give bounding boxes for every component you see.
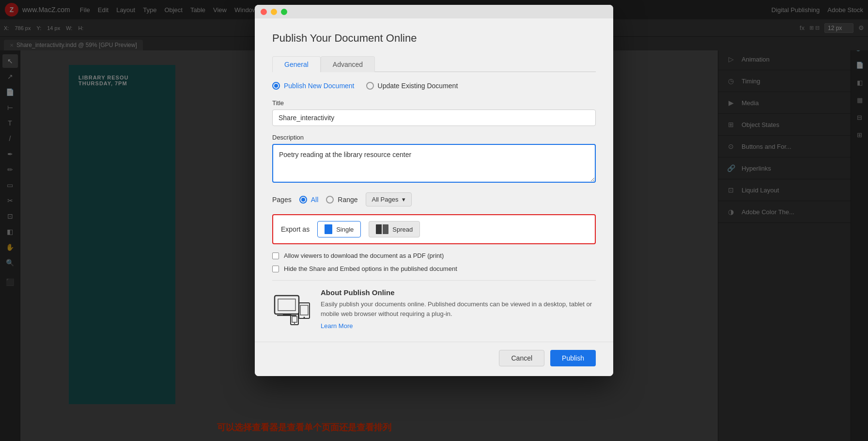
about-devices-icon	[272, 288, 311, 327]
about-section: About Publish Online Easily publish your…	[272, 288, 596, 330]
dialog-body: Publish Your Document Online General Adv…	[255, 18, 613, 342]
spread-icon	[376, 224, 388, 234]
radio-publish-new[interactable]: Publish New Document	[272, 82, 355, 90]
title-input[interactable]	[272, 110, 596, 126]
export-as-section: Export as Single Spread	[272, 214, 596, 244]
svg-point-6	[304, 317, 305, 318]
publish-dialog: Publish Your Document Online General Adv…	[255, 5, 613, 376]
radio-new-indicator	[272, 82, 280, 90]
radio-all-indicator	[299, 196, 307, 204]
tab-advanced[interactable]: Advanced	[321, 56, 375, 72]
cancel-button[interactable]: Cancel	[499, 350, 544, 366]
about-description: Easily publish your documents online. Pu…	[321, 299, 596, 318]
radio-update-indicator	[366, 82, 374, 90]
title-field-label: Title	[272, 99, 596, 107]
about-title: About Publish Online	[321, 288, 596, 297]
radio-range-pages[interactable]: Range	[326, 196, 357, 204]
description-textarea[interactable]: Poetry reading at the library resource c…	[272, 144, 596, 183]
radio-update-existing[interactable]: Update Existing Document	[366, 82, 458, 90]
dialog-tabs: General Advanced	[272, 56, 596, 72]
svg-rect-1	[278, 299, 295, 311]
radio-range-label: Range	[338, 196, 357, 204]
pages-label: Pages	[272, 196, 292, 204]
radio-all-label: All	[311, 196, 319, 204]
minimize-button[interactable]	[271, 9, 277, 15]
pages-row: Pages All Range All Pages ▾	[272, 192, 596, 206]
close-button[interactable]	[261, 9, 267, 15]
spread-left	[376, 224, 382, 234]
maximize-button[interactable]	[281, 9, 287, 15]
radio-new-label: Publish New Document	[284, 82, 355, 90]
export-spread-button[interactable]: Spread	[369, 221, 420, 237]
checkbox-hide-share-label: Hide the Share and Embed options in the …	[284, 265, 457, 272]
publish-type-group: Publish New Document Update Existing Doc…	[272, 82, 596, 90]
pages-dropdown[interactable]: All Pages ▾	[366, 192, 412, 206]
svg-point-9	[294, 323, 295, 324]
description-field-label: Description	[272, 134, 596, 141]
svg-rect-5	[300, 305, 308, 315]
about-text-content: About Publish Online Easily publish your…	[321, 288, 596, 330]
radio-all-pages[interactable]: All	[299, 196, 319, 204]
checkbox-pdf[interactable]	[272, 252, 279, 259]
checkbox-hide-share[interactable]	[272, 266, 279, 272]
single-page-icon	[325, 224, 332, 234]
spread-right	[383, 224, 388, 234]
dialog-titlebar	[255, 5, 613, 18]
spread-label: Spread	[392, 226, 413, 233]
checkbox-hide-share-row: Hide the Share and Embed options in the …	[272, 265, 596, 272]
dialog-title: Publish Your Document Online	[272, 32, 596, 45]
chevron-down-icon: ▾	[402, 196, 405, 203]
section-divider	[272, 280, 596, 281]
svg-rect-8	[292, 316, 297, 322]
export-single-button[interactable]: Single	[317, 221, 361, 237]
export-as-label: Export as	[281, 225, 310, 233]
checkbox-pdf-label: Allow viewers to download the document a…	[284, 252, 444, 259]
tab-general[interactable]: General	[272, 56, 321, 72]
single-label: Single	[336, 226, 354, 233]
publish-button[interactable]: Publish	[550, 350, 596, 366]
dialog-footer: Cancel Publish	[255, 342, 613, 376]
checkbox-pdf-row: Allow viewers to download the document a…	[272, 252, 596, 259]
radio-update-label: Update Existing Document	[378, 82, 458, 90]
modal-overlay: Publish Your Document Online General Adv…	[0, 0, 868, 441]
learn-more-link[interactable]: Learn More	[321, 322, 353, 330]
svg-rect-3	[277, 315, 296, 316]
radio-range-indicator	[326, 196, 334, 204]
pages-dropdown-value: All Pages	[372, 196, 399, 203]
